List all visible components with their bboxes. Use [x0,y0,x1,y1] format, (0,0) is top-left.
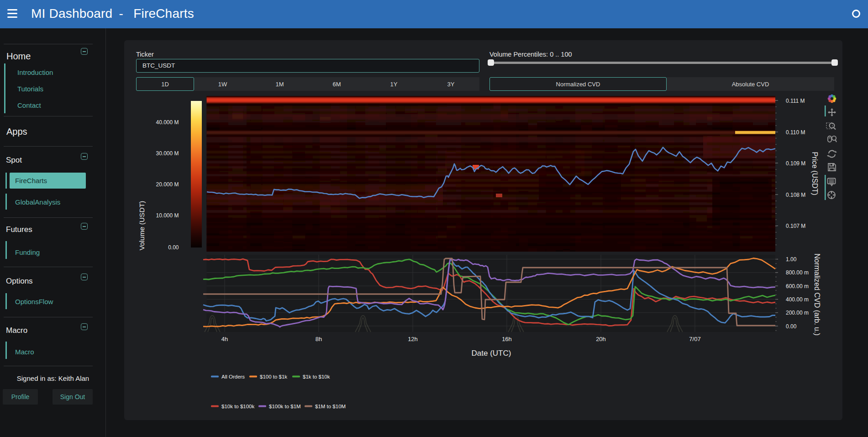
svg-text:0.00: 0.00 [786,323,797,330]
svg-text:$1k to $10k: $1k to $10k [303,374,330,379]
svg-text:$1M to $10M: $1M to $10M [315,404,346,409]
svg-text:40.000 M: 40.000 M [156,119,179,126]
svg-text:Volume (USDT): Volume (USDT) [138,201,146,251]
svg-text:Normalized CVD (arb. u.): Normalized CVD (arb. u.) [813,253,821,336]
svg-text:0.110 M: 0.110 M [786,129,805,136]
svg-text:4h: 4h [221,336,228,342]
svg-text:1.00: 1.00 [786,256,797,263]
svg-text:$100k to $1M: $100k to $1M [269,404,301,409]
svg-text:Date (UTC): Date (UTC) [472,349,511,358]
svg-text:$100 to $1k: $100 to $1k [260,374,287,379]
svg-text:$10k to $100k: $10k to $100k [221,404,255,409]
svg-text:0.00: 0.00 [168,244,179,251]
svg-text:0.108 M: 0.108 M [786,192,805,198]
svg-text:600.00 m: 600.00 m [786,283,809,290]
svg-text:10.000 M: 10.000 M [156,212,179,219]
svg-text:20h: 20h [596,336,606,342]
svg-text:All Orders: All Orders [221,374,245,379]
svg-text:0.111 M: 0.111 M [786,98,805,104]
svg-text:400.00 m: 400.00 m [786,296,809,303]
svg-text:200.00 m: 200.00 m [786,310,809,316]
svg-text:16h: 16h [502,336,512,342]
svg-text:30.000 M: 30.000 M [156,150,179,157]
svg-text:7/07: 7/07 [689,336,700,342]
svg-text:Price (USDT): Price (USDT) [811,152,819,195]
svg-text:8h: 8h [316,336,322,342]
svg-text:12h: 12h [408,336,418,342]
svg-text:0.107 M: 0.107 M [786,223,805,229]
svg-text:0.109 M: 0.109 M [786,160,805,167]
svg-text:20.000 M: 20.000 M [156,181,179,188]
svg-text:800.00 m: 800.00 m [786,269,809,276]
